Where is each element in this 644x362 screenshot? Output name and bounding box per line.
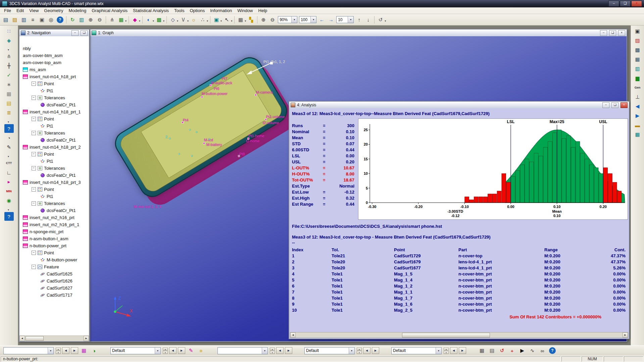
tree-item-insert-nut-m14-h18-prt[interactable]: insert_nut-m14_h18_prt — [19, 73, 89, 80]
scroll-thumb[interactable] — [26, 336, 44, 341]
report-icon[interactable]: ▥ — [633, 64, 642, 73]
scale-combo[interactable]: 100▼ — [299, 16, 316, 23]
histogram-icon[interactable]: ▆ — [633, 74, 642, 83]
prev-icon[interactable]: ◄ — [450, 347, 457, 354]
tree-item-n-asm-button-l-asm[interactable]: n-asm-button-l_asm — [19, 235, 89, 242]
nav-right-icon[interactable]: ▶ — [633, 111, 642, 120]
tree-item-cadsurf1627[interactable]: CadSurf1627 — [19, 285, 89, 292]
menu-edit[interactable]: Edit — [14, 7, 27, 14]
tree-item-insert-nut-m14-h18-prt-2[interactable]: insert_nut-m14_h18_prt_2 — [19, 144, 89, 151]
table-row[interactable]: 7Tole1Mag_1_1n-cover-btm_prtM:0.2000.00% — [292, 289, 628, 295]
measure-set-combo[interactable]: ▼ — [217, 347, 268, 354]
tree-item-tolerances[interactable]: −Tolerances — [19, 94, 89, 101]
print-preview-icon[interactable]: ▣ — [633, 27, 642, 36]
tree-item-n-button-power-prt[interactable]: n-button-power_prt — [19, 242, 89, 249]
menu-modeling[interactable]: Modeling — [66, 7, 89, 14]
edit-icon[interactable]: ✎ — [187, 346, 195, 355]
wireframe-icon[interactable]: \/ — [179, 15, 188, 24]
gen-icon[interactable]: Gen — [633, 83, 642, 92]
chevron-down-icon[interactable]: ▾ — [8, 118, 9, 123]
tree-item-insert-nut-m2-h16-prt[interactable]: insert_nut_m2_h16_prt — [19, 214, 89, 221]
open-book-icon[interactable]: ▤ — [4, 99, 14, 108]
tree-item-tolerances[interactable]: −Tolerances — [19, 200, 89, 207]
tree-item-point[interactable]: −Point — [19, 151, 89, 158]
tree-item-pt1[interactable]: Pt1 — [19, 193, 89, 200]
expander-minus-icon[interactable]: − — [32, 265, 36, 269]
display-mode-icon[interactable]: ◇ — [168, 15, 177, 24]
expander-minus-icon[interactable]: − — [32, 187, 36, 192]
column-header-tol-[interactable]: Tol. — [332, 247, 394, 252]
tree-item-insert-nut-m14-h18-prt-3[interactable]: insert_nut-m14_h18_prt_3 — [19, 179, 89, 186]
undo-red-icon[interactable]: ↺ — [498, 346, 506, 355]
nav-left-icon[interactable]: ◀ — [633, 102, 642, 111]
chevron-down-icon[interactable]: ▼ — [48, 348, 53, 354]
chevron-down-icon[interactable]: ▾ — [220, 17, 222, 22]
tree-item-pt1[interactable]: Pt1 — [19, 87, 89, 94]
add-view-icon[interactable]: ▣ — [212, 15, 221, 24]
chevron-down-icon[interactable]: ▾ — [187, 17, 189, 22]
print-icon[interactable]: ≡ — [29, 15, 37, 24]
find-icon[interactable]: ◎ — [47, 15, 55, 24]
navigation-hscrollbar[interactable]: ◄ ► — [19, 335, 89, 341]
open-folder-icon[interactable]: ▨ — [10, 15, 19, 24]
prev-icon[interactable]: ◄ — [276, 347, 284, 354]
tree-item-cadsurf1626[interactable]: CadSurf1626 — [19, 277, 89, 285]
table-row[interactable]: 3Tole20CadSurf1677lens-lcd-4_1_prtM:0.20… — [292, 265, 628, 271]
tree-item-dcsfeatcr-pt1[interactable]: dcsFeatCr_Pt1 — [19, 137, 89, 144]
tolerance-rings-icon[interactable]: ◉ — [4, 196, 14, 205]
grid-small-icon[interactable]: ▦ — [633, 130, 642, 139]
table-row[interactable]: 1Tole21CadSurf1729n-cover-topM:0.20047.3… — [292, 253, 628, 259]
menu-geometry[interactable]: Geometry — [41, 7, 66, 14]
tree-item-tolerances[interactable]: −Tolerances — [19, 130, 89, 137]
chevron-down-icon[interactable]: ▼ — [262, 348, 267, 354]
chevron-down-icon[interactable]: ▾ — [125, 17, 127, 22]
pointer-black-icon[interactable]: ▶ — [518, 346, 527, 355]
menu-statistical-analysis[interactable]: Statistical Analysis — [130, 7, 171, 14]
measure-pencil-icon[interactable]: ✎ — [4, 143, 14, 152]
table-row[interactable]: 9Tole1Mag_1_6n-cover-btm_prtM:0.2000.00% — [292, 301, 628, 307]
cascade-windows-icon[interactable]: ▩ — [633, 46, 642, 54]
chevron-down-icon[interactable]: ▼ — [348, 16, 353, 23]
select-points-icon[interactable]: ∷ — [4, 27, 14, 36]
config-set-combo[interactable]: Default▼ — [391, 347, 442, 354]
table-row[interactable]: 5Tole1Mag_1_4n-cover-btm_prtM:0.2000.00% — [292, 277, 628, 283]
analysis-titlebar[interactable]: 4: Analysis – ❑ × — [289, 102, 629, 109]
config-set-combo-spinner[interactable]: ▲▼ — [444, 348, 449, 354]
tree-item-m-button-power[interactable]: M-button-power — [19, 256, 89, 263]
tree-item-point[interactable]: −Point — [19, 249, 89, 256]
expander-minus-icon[interactable]: − — [32, 117, 36, 121]
tools-icon[interactable]: ╋ — [4, 61, 14, 70]
next-icon[interactable]: ► — [285, 347, 292, 354]
chevron-down-icon[interactable]: ▼ — [310, 16, 316, 23]
expander-minus-icon[interactable]: − — [32, 131, 36, 135]
scroll-left-icon[interactable]: ◄ — [290, 332, 296, 338]
chevron-down-icon[interactable]: ▾ — [245, 17, 246, 22]
close-button[interactable]: × — [631, 1, 642, 7]
grid-hash-icon[interactable]: ▦ — [478, 346, 486, 355]
chevron-down-icon[interactable]: ▾ — [177, 17, 178, 22]
tree-item-pt1[interactable]: Pt1 — [19, 158, 89, 165]
tree-item-feature[interactable]: −Feature — [19, 263, 89, 270]
validate-icon[interactable]: ✓ — [4, 71, 14, 80]
tile-windows-icon[interactable]: ▦ — [633, 55, 642, 64]
move-set-combo[interactable]: ▼ — [3, 347, 54, 354]
copy-icon[interactable]: ▣ — [38, 15, 46, 24]
chevron-down-icon[interactable]: ▾ — [8, 206, 9, 211]
forward-arrow-icon[interactable]: → — [327, 15, 335, 24]
menu-file[interactable]: File — [1, 7, 14, 14]
scroll-left-icon[interactable]: ◄ — [19, 336, 25, 341]
contrast-icon[interactable]: ◑ — [90, 346, 98, 355]
add-red-icon[interactable]: + — [508, 346, 516, 355]
column-header-range[interactable]: Range — [544, 247, 603, 252]
next-icon[interactable]: ► — [372, 347, 379, 354]
tree-item-pt1[interactable]: Pt1 — [19, 122, 89, 130]
prev-icon[interactable]: ◄ — [169, 347, 177, 354]
chevron-down-icon[interactable]: ▾ — [163, 17, 164, 22]
prev-icon[interactable]: ◄ — [62, 347, 69, 354]
chevron-down-icon[interactable]: ▼ — [155, 348, 160, 354]
zoom-window-in-icon[interactable]: ⊕ — [86, 15, 95, 24]
tree-item-nbly[interactable]: nbly — [19, 45, 89, 52]
menu-window[interactable]: Window — [235, 7, 255, 14]
axes-icon[interactable]: ⊥ — [633, 93, 642, 101]
analysis-hscrollbar[interactable]: ◄ ► — [290, 332, 628, 338]
